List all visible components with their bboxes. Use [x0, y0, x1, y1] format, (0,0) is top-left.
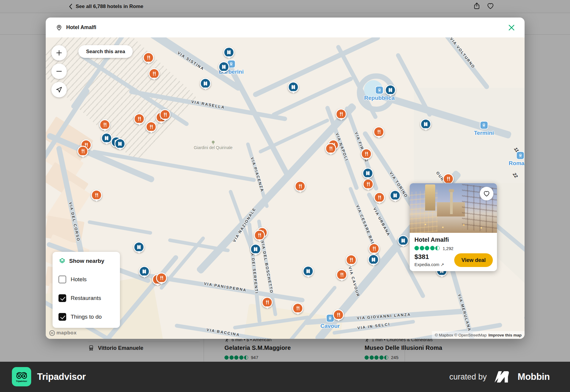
restaurant-marker[interactable] — [346, 255, 357, 265]
nearby-option-label: Hotels — [71, 276, 87, 283]
hotel-price: $381 — [414, 253, 444, 261]
attraction-marker[interactable] — [390, 190, 401, 201]
restaurant-marker[interactable] — [156, 273, 167, 284]
nearby-option-label: Restaurants — [71, 295, 101, 301]
metro-label: Roma Te — [509, 160, 525, 167]
attraction-marker[interactable] — [385, 85, 396, 96]
attraction-marker[interactable] — [420, 119, 431, 130]
restaurant-marker[interactable] — [369, 243, 380, 254]
footer-brand-name: Tripadvisor — [37, 372, 86, 382]
modal-header: Hotel Amalfi — [46, 18, 525, 37]
attraction-marker[interactable] — [200, 78, 211, 89]
restaurant-marker[interactable] — [143, 52, 154, 63]
curator-name: Mobbin — [518, 372, 550, 382]
restaurant-marker[interactable] — [295, 181, 306, 192]
nearby-option-label: Things to do — [71, 314, 102, 320]
rating-bubbles — [414, 246, 440, 251]
attraction-marker[interactable] — [134, 242, 145, 253]
map-road — [88, 220, 153, 235]
restaurant-marker[interactable] — [333, 309, 344, 320]
attraction-marker[interactable] — [250, 244, 261, 255]
search-this-area-label: Search this area — [86, 49, 125, 55]
restaurant-marker[interactable] — [160, 109, 171, 120]
curation-footer: Tripadvisor Tripadvisor curated by Mobbi… — [0, 362, 570, 392]
street-label: VIA URBANA — [372, 207, 391, 237]
street-label: VIA RASELLA — [191, 99, 225, 110]
metro-label: Cavour — [320, 323, 340, 329]
nearby-option-things-to-do[interactable]: Things to do — [58, 313, 114, 321]
metro-icon — [517, 152, 524, 159]
metro-icon — [327, 315, 334, 322]
save-hotel-button[interactable] — [480, 187, 493, 200]
attraction-marker[interactable] — [224, 47, 235, 58]
zoom-out-button[interactable] — [51, 64, 67, 79]
external-link-arrow: ↗ — [441, 262, 444, 267]
street-label: VIA PIACENZA — [250, 157, 265, 192]
restaurant-marker[interactable] — [374, 192, 385, 203]
mapbox-logo[interactable]: m mapbox — [49, 330, 77, 336]
search-this-area-button[interactable]: Search this area — [78, 45, 133, 58]
restaurant-marker[interactable] — [254, 230, 265, 241]
nearby-option-hotels[interactable]: Hotels — [58, 276, 114, 283]
restaurant-marker[interactable] — [443, 173, 454, 184]
show-nearby-panel: Show nearby HotelsRestaurantsThings to d… — [53, 252, 120, 328]
footer-brand-group: Tripadvisor Tripadvisor — [12, 367, 86, 386]
map-road — [435, 37, 490, 90]
modal-title-group: Hotel Amalfi — [56, 18, 96, 37]
attraction-marker[interactable] — [218, 61, 229, 72]
plus-icon — [56, 49, 63, 56]
review-count: 1,292 — [443, 246, 453, 251]
attraction-marker[interactable] — [288, 82, 299, 93]
map-modal: Hotel Amalfi Search this area VIA S — [46, 18, 525, 339]
nearby-option-restaurants[interactable]: Restaurants — [58, 294, 114, 302]
restaurant-marker[interactable] — [336, 269, 347, 280]
attraction-marker[interactable] — [303, 266, 314, 277]
attraction-marker[interactable] — [398, 235, 409, 246]
area-label: Giardini del Quirinale — [194, 140, 233, 150]
restaurant-marker[interactable] — [373, 127, 384, 137]
locate-me-button[interactable] — [51, 82, 67, 97]
restaurant-marker[interactable] — [134, 113, 145, 124]
view-deal-button[interactable]: View deal — [454, 253, 493, 267]
hotel-popup-card[interactable]: Hotel Amalfi 1,292 $381 Expedia.com ↗ Vi… — [410, 183, 497, 271]
attraction-marker[interactable] — [101, 133, 112, 144]
mapbox-wordmark: mapbox — [56, 330, 77, 336]
zoom-in-button[interactable] — [51, 45, 67, 61]
restaurant-marker[interactable] — [292, 303, 303, 314]
restaurant-marker[interactable] — [262, 297, 273, 308]
mobbin-logo-icon — [494, 371, 511, 383]
location-pin-icon — [56, 24, 62, 31]
map-canvas[interactable]: Search this area VIA SISTINAVIA RASELLAV… — [46, 37, 525, 339]
curated-by-label: curated by — [449, 372, 487, 382]
hotel-card-body: Hotel Amalfi 1,292 — [410, 233, 497, 251]
metro-icon — [376, 87, 383, 94]
restaurant-marker[interactable] — [149, 68, 160, 79]
checkbox-checked[interactable] — [58, 313, 66, 321]
attraction-marker[interactable] — [362, 168, 373, 179]
attraction-marker[interactable] — [139, 266, 150, 277]
hotel-rating-row: 1,292 — [414, 246, 492, 251]
restaurant-marker[interactable] — [99, 119, 110, 130]
restaurant-marker[interactable] — [361, 148, 372, 159]
restaurant-marker[interactable] — [336, 109, 347, 120]
street-label: VIA NAZIONALE — [232, 207, 257, 243]
attraction-marker[interactable] — [115, 138, 126, 149]
checkbox-checked[interactable] — [58, 294, 66, 302]
hotel-price-row: $381 Expedia.com ↗ View deal — [414, 253, 493, 267]
provider-link[interactable]: Expedia.com ↗ — [414, 262, 444, 267]
street-label: VIA VOLTURNO — [449, 37, 476, 69]
street-label: VIA CESARE BAL — [355, 204, 376, 246]
restaurant-marker[interactable] — [146, 121, 157, 132]
attribution-links[interactable]: © Mapbox © OpenStreetMap — [435, 333, 487, 337]
restaurant-marker[interactable] — [77, 146, 88, 157]
attraction-marker[interactable] — [368, 254, 379, 265]
restaurant-marker[interactable] — [91, 190, 102, 201]
hotel-name: Hotel Amalfi — [414, 236, 492, 243]
close-icon[interactable] — [507, 23, 516, 32]
metro-icon — [480, 122, 487, 129]
checkbox-unchecked[interactable] — [58, 276, 66, 283]
improve-map-link[interactable]: Improve this map — [488, 333, 522, 337]
layers-icon — [58, 257, 66, 265]
restaurant-marker[interactable] — [325, 143, 336, 154]
mapbox-logo-icon: m — [49, 330, 55, 336]
